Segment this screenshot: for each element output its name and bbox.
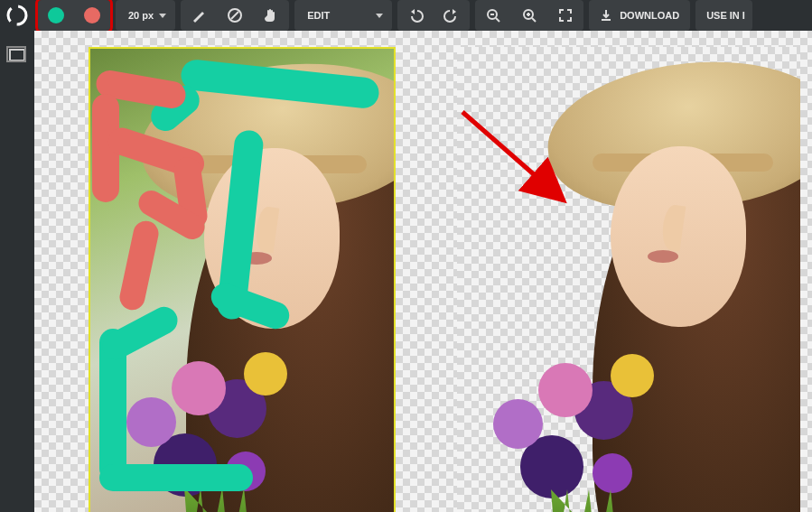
result-image[interactable]	[457, 47, 800, 512]
use-in-label: USE IN I	[706, 10, 745, 21]
brush-tool-button[interactable]	[181, 0, 217, 31]
fit-screen-button[interactable]	[547, 0, 583, 31]
layers-icon	[9, 49, 25, 61]
svg-line-7	[532, 18, 536, 22]
chevron-down-icon	[159, 14, 166, 18]
pan-tool-button[interactable]	[253, 0, 289, 31]
edit-label: EDIT	[307, 10, 330, 21]
history-group	[397, 0, 470, 31]
svg-line-4	[496, 18, 499, 22]
download-icon	[600, 9, 612, 22]
download-button[interactable]: DOWNLOAD	[589, 0, 690, 31]
workspace	[0, 31, 812, 512]
result-panel	[450, 31, 812, 512]
edit-dropdown[interactable]: EDIT	[294, 0, 392, 31]
green-dot-icon	[48, 7, 64, 23]
undo-button[interactable]	[397, 0, 434, 31]
left-rail	[0, 31, 34, 512]
zoom-in-button[interactable]	[511, 0, 547, 31]
redo-button[interactable]	[434, 0, 470, 31]
red-dot-icon	[84, 7, 100, 23]
svg-line-2	[231, 12, 238, 19]
source-image[interactable]	[89, 47, 396, 512]
brush-size-label: 20 px	[128, 10, 154, 21]
marker-color-group	[38, 0, 110, 31]
top-toolbar: 20 px EDIT	[0, 0, 812, 31]
erase-tool-button[interactable]	[217, 0, 253, 31]
zoom-group	[475, 0, 583, 31]
canvas-area[interactable]	[34, 31, 812, 512]
remove-marker-button[interactable]	[74, 0, 110, 31]
app-logo[interactable]	[5, 4, 29, 27]
keep-marker-button[interactable]	[38, 0, 74, 31]
tool-group-draw	[181, 0, 289, 31]
keep-stroke	[99, 464, 253, 491]
zoom-out-button[interactable]	[475, 0, 511, 31]
download-label: DOWNLOAD	[620, 10, 679, 21]
source-panel	[34, 31, 450, 512]
svg-point-0	[8, 6, 26, 24]
brush-size-dropdown[interactable]: 20 px	[116, 0, 175, 31]
use-in-button[interactable]: USE IN I	[695, 0, 752, 31]
photo-cutout	[457, 47, 800, 512]
layers-button[interactable]	[9, 49, 25, 61]
chevron-down-icon	[376, 14, 383, 18]
